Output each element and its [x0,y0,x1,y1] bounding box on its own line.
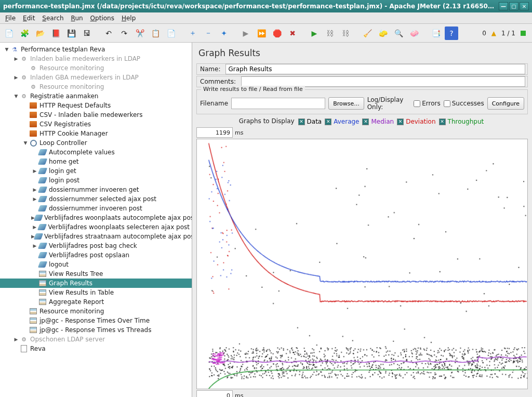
errors-checkbox[interactable]: Errors [414,100,441,107]
tree-node[interactable]: Aggregate Report [0,297,192,307]
tree-node[interactable]: HTTP Cookie Manager [0,129,192,138]
stop-icon[interactable]: 🛑 [270,27,284,40]
tree-toggle-icon[interactable]: ▶ [12,56,20,61]
tree-toggle-icon[interactable]: ▶ [12,75,20,80]
series-toggle-data[interactable]: ✕Data [298,118,322,125]
tree-node[interactable]: ▶dossiernummer selected ajax post [0,194,192,204]
cut-icon[interactable]: ✂️ [133,27,147,40]
minimize-button[interactable]: — [499,2,508,10]
tree-toggle-icon[interactable]: ▶ [12,337,20,342]
tree-toggle-icon[interactable]: ▼ [22,140,29,145]
tree-node[interactable]: ▶dossiernummer invoeren get [0,185,192,194]
function-helper-icon[interactable]: 📑 [429,27,443,40]
tree-toggle-icon[interactable]: ▶ [31,196,38,202]
tree-node[interactable]: View Results Tree [0,269,192,279]
tree-node-label: Verblijfadres post opslaan [49,252,129,259]
remote-stop-icon[interactable]: ⛓ [339,27,352,40]
tree-node[interactable]: ▼⚙Registratie aanmaken [0,91,192,101]
tree-node[interactable]: HTTP Request Defaults [0,101,192,110]
http-icon [29,111,37,118]
series-toggle-average[interactable]: ✕Average [325,118,359,125]
paste-icon[interactable]: 📄 [164,27,178,40]
search-icon[interactable]: 🔍 [392,27,405,40]
tree-node[interactable]: ▶Verblijfadres post bag check [0,241,192,250]
remote-start-icon[interactable]: ▶ [308,27,321,40]
tree-node[interactable]: dossiernummer invoeren post [0,204,192,213]
tree-toggle-icon[interactable]: ▼ [3,47,10,52]
tree-toggle-icon[interactable]: ▶ [31,243,38,248]
maximize-button[interactable]: ▢ [509,2,518,10]
tree-node[interactable]: CSV Registraties [0,120,192,129]
menu-options[interactable]: Options [87,14,117,23]
browse-button[interactable]: Browse... [328,97,364,110]
shutdown-icon[interactable]: ✖ [286,27,299,40]
tree-node[interactable]: ▶⚙Inladen GBA medewerkers in LDAP [0,73,192,82]
reset-search-icon[interactable]: 🧼 [407,27,421,40]
close-icon[interactable]: 📕 [49,27,62,40]
ms-label-bottom: ms [235,392,246,398]
tree-node[interactable]: Autocomplete values [0,148,192,157]
copy-icon[interactable]: 📋 [149,27,162,40]
tree-toggle-icon[interactable]: ▶ [31,224,38,230]
new-icon[interactable]: 📄 [2,27,16,40]
tree-node[interactable]: ⚙Resource monitoring [0,82,192,91]
save-icon[interactable]: 💾 [64,27,78,40]
name-input[interactable] [225,64,525,74]
menu-file[interactable]: File [2,14,19,23]
tree-node[interactable]: View Results in Table [0,288,192,297]
save-as-icon[interactable]: 🖫 [80,27,94,40]
name-label: Name: [197,65,223,73]
tree-node[interactable]: ▼Loop Controller [0,138,192,148]
tree-node[interactable]: ▼⚗Performance testplan Reva [0,45,192,54]
menu-help[interactable]: Help [118,14,139,23]
tree-node[interactable]: Graph Results [0,279,192,288]
tree-toggle-icon[interactable]: ▶ [31,187,38,192]
tree-node[interactable]: jp@gc - Response Times vs Threads [0,325,192,335]
tree-node[interactable]: ▶Verblijfadres straatnaam autocomplete a… [0,232,192,241]
toggle-icon[interactable]: ✦ [217,27,231,40]
close-button[interactable]: ✕ [520,2,529,10]
menu-run[interactable]: Run [68,14,86,23]
tree-node[interactable]: ▶⚙Opschonen LDAP server [0,335,192,344]
menu-search[interactable]: Search [39,14,66,23]
tree-toggle-icon[interactable]: ▼ [12,94,20,99]
clear-all-icon[interactable]: 🧽 [376,27,390,40]
tree-node[interactable]: home get [0,157,192,166]
tree-node-label: home get [49,158,79,165]
series-toggle-median[interactable]: ✕Median [362,118,394,125]
tree-node[interactable]: ▶Verblijfadres woonplaats autocomplete a… [0,213,192,222]
filename-input[interactable] [231,98,325,109]
series-toggle-throughput[interactable]: ✕Throughput [439,118,484,125]
templates-icon[interactable]: 🧩 [18,27,31,40]
tree-node[interactable]: ▶login get [0,166,192,176]
start-icon[interactable]: ▶ [239,27,252,40]
tree-node[interactable]: logout [0,260,192,269]
series-toggle-deviation[interactable]: ✕Deviation [397,118,435,125]
tree-node[interactable]: Resource monitoring [0,307,192,316]
tree-node[interactable]: ▶Verblijfadres woonplaats selecteren aja… [0,222,192,232]
collapse-icon[interactable]: － [202,27,215,40]
remote-start-all-icon[interactable]: ⛓ [323,27,337,40]
tree-node[interactable]: Reva [0,344,192,353]
start-no-timers-icon[interactable]: ⏩ [255,27,268,40]
clear-icon[interactable]: 🧹 [361,27,374,40]
checkbox-icon: ✕ [325,118,331,125]
test-plan-tree[interactable]: ▼⚗Performance testplan Reva▶⚙Inladen bal… [0,43,192,397]
tree-node[interactable]: login post [0,176,192,185]
tree-node[interactable]: CSV - Inladen balie medewerkers [0,110,192,120]
tree-node[interactable]: Verblijfadres post opslaan [0,250,192,260]
tree-toggle-icon[interactable]: ▶ [31,168,38,174]
redo-icon[interactable]: ↷ [117,27,131,40]
help-icon[interactable]: ? [445,27,458,40]
expand-icon[interactable]: ＋ [186,27,200,40]
successes-checkbox[interactable]: Successes [444,100,484,107]
tree-node[interactable]: jp@gc - Response Times Over Time [0,316,192,325]
configure-button[interactable]: Configure [487,97,524,110]
tree-node[interactable]: ⚙Resource monitoring [0,63,192,73]
open-icon[interactable]: 📂 [33,27,47,40]
undo-icon[interactable]: ↶ [102,27,115,40]
file-fieldset-legend: Write results to file / Read from file [201,86,305,92]
tree-node[interactable]: ▶⚙Inladen balie medewerkers in LDAP [0,54,192,63]
menu-edit[interactable]: Edit [20,14,38,23]
comments-input[interactable] [241,76,525,87]
